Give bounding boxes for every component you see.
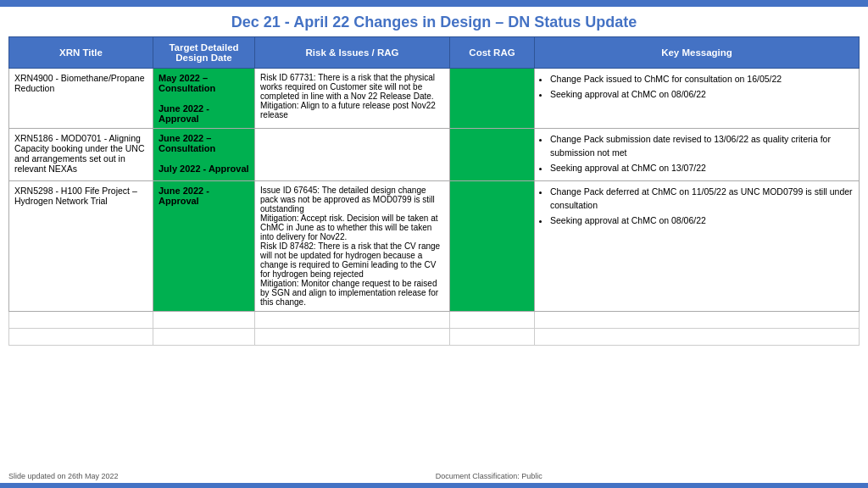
- risk-cell: Risk ID 67731: There is a risk that the …: [255, 69, 450, 129]
- footer: Slide updated on 26th May 2022 Document …: [0, 469, 868, 483]
- ghost-row: [9, 312, 860, 329]
- footer-left: Slide updated on 26th May 2022: [8, 472, 119, 480]
- col-header-target: Target Detailed Design Date: [153, 37, 255, 69]
- key-cell: Change Pack issued to ChMC for consultat…: [535, 69, 860, 129]
- risk-cell: Issue ID 67645: The detailed design chan…: [255, 181, 450, 312]
- table-row: XRN5186 - MOD0701 - Aligning Capacity bo…: [9, 129, 860, 181]
- key-cell: Change Pack submission date revised to 1…: [535, 129, 860, 181]
- page-title: Dec 21 - April 22 Changes in Design – DN…: [0, 7, 868, 36]
- ghost-row: [9, 329, 860, 346]
- target-cell: June 2022 – ConsultationJuly 2022 - Appr…: [153, 129, 255, 181]
- col-header-risk: Risk & Issues / RAG: [255, 37, 450, 69]
- cost-cell: [450, 129, 535, 181]
- risk-cell: [255, 129, 450, 181]
- target-cell: June 2022 - Approval: [153, 181, 255, 312]
- xrn-cell: XRN4900 - Biomethane/Propane Reduction: [9, 69, 153, 129]
- target-cell: May 2022 – ConsultationJune 2022 - Appro…: [153, 69, 255, 129]
- col-header-cost: Cost RAG: [450, 37, 535, 69]
- key-cell: Change Pack deferred at ChMC on 11/05/22…: [535, 181, 860, 312]
- top-bar: [0, 0, 868, 7]
- cost-cell: [450, 69, 535, 129]
- table-row: XRN4900 - Biomethane/Propane Reduction M…: [9, 69, 860, 129]
- page-wrapper: Dec 21 - April 22 Changes in Design – DN…: [0, 0, 868, 488]
- cost-cell: [450, 181, 535, 312]
- table-container: XRN Title Target Detailed Design Date Ri…: [0, 36, 868, 469]
- col-header-key: Key Messaging: [535, 37, 860, 69]
- footer-center: Document Classification: Public: [119, 472, 860, 480]
- xrn-cell: XRN5298 - H100 Fife Project – Hydrogen N…: [9, 181, 153, 312]
- col-header-xrn: XRN Title: [9, 37, 153, 69]
- xrn-cell: XRN5186 - MOD0701 - Aligning Capacity bo…: [9, 129, 153, 181]
- main-table: XRN Title Target Detailed Design Date Ri…: [8, 36, 860, 346]
- table-row: XRN5298 - H100 Fife Project – Hydrogen N…: [9, 181, 860, 312]
- footer-bar: [0, 483, 868, 488]
